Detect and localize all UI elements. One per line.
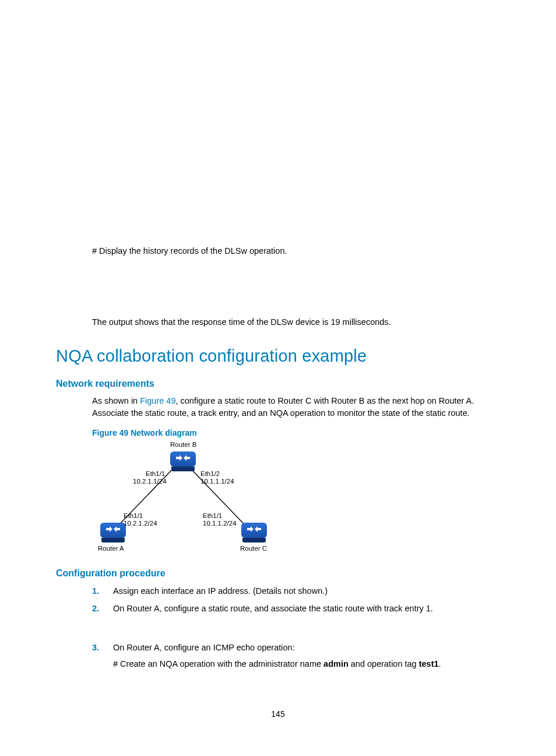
- subheading-network-requirements: Network requirements: [56, 379, 500, 389]
- router-c-eth: Eth1/1: [203, 512, 222, 519]
- figure-caption: Figure 49 Network diagram: [92, 428, 500, 438]
- step-2: On Router A, configure a static route, a…: [92, 602, 500, 636]
- section-heading: NQA collaboration configuration example: [56, 346, 500, 366]
- router-a-ip: 10.2.1.2/24: [124, 520, 157, 527]
- step-3: On Router A, configure an ICMP echo oper…: [92, 641, 500, 671]
- router-a-eth: Eth1/1: [124, 512, 143, 519]
- page-number: 145: [0, 709, 556, 719]
- router-b-eth11: Eth1/1: [146, 470, 165, 477]
- step-3a-e: .: [439, 659, 441, 668]
- step-3a-admin: admin: [323, 659, 349, 668]
- router-b-ip12: 10.1.1.1/24: [200, 478, 234, 485]
- router-b-icon: [170, 452, 196, 467]
- netreq-paragraph: As shown in Figure 49, configure a stati…: [92, 395, 500, 421]
- router-c-ip: 10.1.1.2/24: [203, 520, 237, 527]
- step-3-sub: # Create an NQA operation with the admin…: [113, 657, 500, 670]
- network-diagram: Router B Eth1/1 10.2.1.1/24 Eth1/2 10.1.…: [89, 441, 281, 558]
- router-b-label: Router B: [170, 441, 196, 448]
- step-1-text: Assign each interface an IP address. (De…: [113, 586, 328, 596]
- router-c-icon: [241, 523, 267, 538]
- netreq-text-a: As shown in: [92, 396, 140, 405]
- router-a-icon: [100, 523, 126, 538]
- step-1: Assign each interface an IP address. (De…: [92, 584, 500, 597]
- intro-line-1: # Display the history records of the DLS…: [92, 245, 500, 258]
- router-b-eth12: Eth1/2: [200, 470, 220, 477]
- router-a-label: Router A: [98, 545, 124, 552]
- router-b-ip11: 10.2.1.1/24: [133, 478, 167, 485]
- step-3a-a: # Create an NQA operation with the admin…: [113, 659, 323, 668]
- step-3a-test1: test1: [419, 659, 439, 668]
- router-c-label: Router C: [240, 545, 267, 552]
- intro-line-2: The output shows that the response time …: [92, 316, 500, 329]
- step-3a-c: and operation tag: [349, 659, 419, 668]
- figure-ref-link[interactable]: Figure 49: [140, 396, 175, 405]
- step-3-text: On Router A, configure an ICMP echo oper…: [113, 643, 295, 652]
- step-2-text: On Router A, configure a static route, a…: [113, 604, 433, 613]
- subheading-config-procedure: Configuration procedure: [56, 568, 500, 579]
